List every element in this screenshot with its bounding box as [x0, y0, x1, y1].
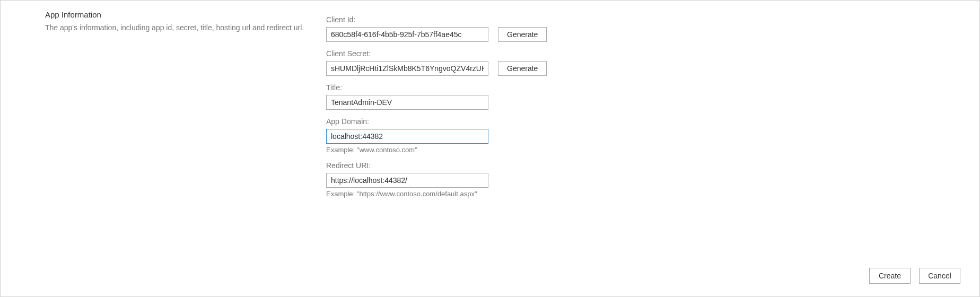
client-id-label: Client Id: — [326, 15, 697, 24]
client-id-input[interactable] — [326, 27, 488, 42]
app-domain-label: App Domain: — [326, 117, 697, 126]
client-id-group: Client Id: Generate — [326, 15, 697, 42]
create-button[interactable]: Create — [869, 268, 911, 284]
generate-client-secret-button[interactable]: Generate — [498, 61, 547, 76]
redirect-uri-group: Redirect URI: Example: "https://www.cont… — [326, 161, 697, 198]
cancel-button[interactable]: Cancel — [919, 268, 960, 284]
app-domain-input[interactable] — [326, 129, 488, 144]
title-label: Title: — [326, 83, 697, 92]
redirect-uri-input[interactable] — [326, 173, 488, 188]
redirect-uri-example: Example: "https://www.contoso.com/defaul… — [326, 190, 697, 198]
app-domain-example: Example: "www.contoso.com" — [326, 146, 697, 154]
client-secret-input[interactable] — [326, 61, 488, 76]
title-group: Title: — [326, 83, 697, 110]
redirect-uri-label: Redirect URI: — [326, 161, 697, 170]
form-fields: Client Id: Generate Client Secret: Gener… — [326, 15, 697, 205]
section-description: The app's information, including app id,… — [45, 23, 310, 32]
client-secret-group: Client Secret: Generate — [326, 49, 697, 76]
generate-client-id-button[interactable]: Generate — [498, 27, 547, 42]
section-header: App Information The app's information, i… — [45, 10, 310, 32]
client-secret-label: Client Secret: — [326, 49, 697, 58]
app-domain-group: App Domain: Example: "www.contoso.com" — [326, 117, 697, 154]
footer-actions: Create Cancel — [869, 268, 960, 284]
section-title: App Information — [45, 10, 310, 19]
app-info-panel: App Information The app's information, i… — [0, 0, 980, 297]
title-input[interactable] — [326, 95, 488, 110]
